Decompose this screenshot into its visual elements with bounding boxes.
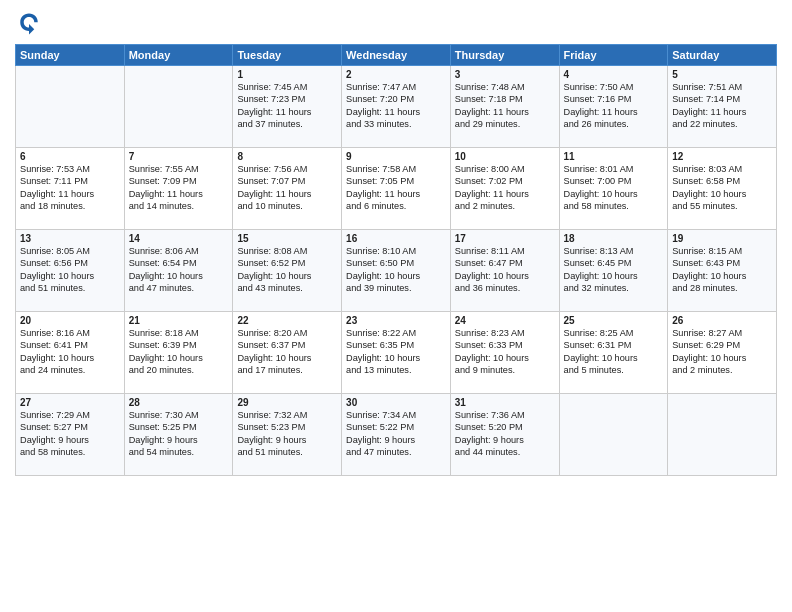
calendar-cell: 23Sunrise: 8:22 AM Sunset: 6:35 PM Dayli… bbox=[342, 312, 451, 394]
calendar-cell: 4Sunrise: 7:50 AM Sunset: 7:16 PM Daylig… bbox=[559, 66, 668, 148]
day-number: 7 bbox=[129, 151, 229, 162]
calendar-cell: 3Sunrise: 7:48 AM Sunset: 7:18 PM Daylig… bbox=[450, 66, 559, 148]
header-cell-wednesday: Wednesday bbox=[342, 45, 451, 66]
calendar-cell: 12Sunrise: 8:03 AM Sunset: 6:58 PM Dayli… bbox=[668, 148, 777, 230]
day-number: 30 bbox=[346, 397, 446, 408]
calendar-cell: 20Sunrise: 8:16 AM Sunset: 6:41 PM Dayli… bbox=[16, 312, 125, 394]
header-cell-tuesday: Tuesday bbox=[233, 45, 342, 66]
calendar-cell bbox=[16, 66, 125, 148]
day-number: 27 bbox=[20, 397, 120, 408]
day-number: 14 bbox=[129, 233, 229, 244]
day-info: Sunrise: 7:56 AM Sunset: 7:07 PM Dayligh… bbox=[237, 163, 337, 213]
calendar-cell: 7Sunrise: 7:55 AM Sunset: 7:09 PM Daylig… bbox=[124, 148, 233, 230]
calendar-cell: 16Sunrise: 8:10 AM Sunset: 6:50 PM Dayli… bbox=[342, 230, 451, 312]
header-cell-monday: Monday bbox=[124, 45, 233, 66]
day-info: Sunrise: 8:01 AM Sunset: 7:00 PM Dayligh… bbox=[564, 163, 664, 213]
calendar-body: 1Sunrise: 7:45 AM Sunset: 7:23 PM Daylig… bbox=[16, 66, 777, 476]
calendar-cell: 17Sunrise: 8:11 AM Sunset: 6:47 PM Dayli… bbox=[450, 230, 559, 312]
day-number: 26 bbox=[672, 315, 772, 326]
day-number: 8 bbox=[237, 151, 337, 162]
day-number: 4 bbox=[564, 69, 664, 80]
week-row-4: 20Sunrise: 8:16 AM Sunset: 6:41 PM Dayli… bbox=[16, 312, 777, 394]
header-cell-thursday: Thursday bbox=[450, 45, 559, 66]
calendar-cell: 6Sunrise: 7:53 AM Sunset: 7:11 PM Daylig… bbox=[16, 148, 125, 230]
day-info: Sunrise: 7:50 AM Sunset: 7:16 PM Dayligh… bbox=[564, 81, 664, 131]
calendar-cell: 22Sunrise: 8:20 AM Sunset: 6:37 PM Dayli… bbox=[233, 312, 342, 394]
week-row-1: 1Sunrise: 7:45 AM Sunset: 7:23 PM Daylig… bbox=[16, 66, 777, 148]
day-info: Sunrise: 7:58 AM Sunset: 7:05 PM Dayligh… bbox=[346, 163, 446, 213]
calendar-cell: 27Sunrise: 7:29 AM Sunset: 5:27 PM Dayli… bbox=[16, 394, 125, 476]
calendar-cell: 28Sunrise: 7:30 AM Sunset: 5:25 PM Dayli… bbox=[124, 394, 233, 476]
day-number: 22 bbox=[237, 315, 337, 326]
day-number: 20 bbox=[20, 315, 120, 326]
calendar-cell: 8Sunrise: 7:56 AM Sunset: 7:07 PM Daylig… bbox=[233, 148, 342, 230]
day-info: Sunrise: 7:51 AM Sunset: 7:14 PM Dayligh… bbox=[672, 81, 772, 131]
day-number: 18 bbox=[564, 233, 664, 244]
day-number: 23 bbox=[346, 315, 446, 326]
week-row-3: 13Sunrise: 8:05 AM Sunset: 6:56 PM Dayli… bbox=[16, 230, 777, 312]
day-number: 9 bbox=[346, 151, 446, 162]
day-info: Sunrise: 7:29 AM Sunset: 5:27 PM Dayligh… bbox=[20, 409, 120, 459]
day-number: 16 bbox=[346, 233, 446, 244]
day-info: Sunrise: 7:32 AM Sunset: 5:23 PM Dayligh… bbox=[237, 409, 337, 459]
calendar-cell: 29Sunrise: 7:32 AM Sunset: 5:23 PM Dayli… bbox=[233, 394, 342, 476]
day-info: Sunrise: 8:11 AM Sunset: 6:47 PM Dayligh… bbox=[455, 245, 555, 295]
day-info: Sunrise: 8:05 AM Sunset: 6:56 PM Dayligh… bbox=[20, 245, 120, 295]
day-info: Sunrise: 7:53 AM Sunset: 7:11 PM Dayligh… bbox=[20, 163, 120, 213]
header-cell-sunday: Sunday bbox=[16, 45, 125, 66]
header bbox=[15, 10, 777, 38]
day-number: 12 bbox=[672, 151, 772, 162]
day-info: Sunrise: 7:55 AM Sunset: 7:09 PM Dayligh… bbox=[129, 163, 229, 213]
day-info: Sunrise: 8:10 AM Sunset: 6:50 PM Dayligh… bbox=[346, 245, 446, 295]
day-info: Sunrise: 8:20 AM Sunset: 6:37 PM Dayligh… bbox=[237, 327, 337, 377]
calendar-cell: 25Sunrise: 8:25 AM Sunset: 6:31 PM Dayli… bbox=[559, 312, 668, 394]
day-info: Sunrise: 7:30 AM Sunset: 5:25 PM Dayligh… bbox=[129, 409, 229, 459]
calendar-table: SundayMondayTuesdayWednesdayThursdayFrid… bbox=[15, 44, 777, 476]
calendar-cell: 24Sunrise: 8:23 AM Sunset: 6:33 PM Dayli… bbox=[450, 312, 559, 394]
calendar-cell: 15Sunrise: 8:08 AM Sunset: 6:52 PM Dayli… bbox=[233, 230, 342, 312]
day-info: Sunrise: 8:18 AM Sunset: 6:39 PM Dayligh… bbox=[129, 327, 229, 377]
calendar-cell: 11Sunrise: 8:01 AM Sunset: 7:00 PM Dayli… bbox=[559, 148, 668, 230]
day-number: 10 bbox=[455, 151, 555, 162]
calendar-cell: 5Sunrise: 7:51 AM Sunset: 7:14 PM Daylig… bbox=[668, 66, 777, 148]
calendar-cell: 14Sunrise: 8:06 AM Sunset: 6:54 PM Dayli… bbox=[124, 230, 233, 312]
day-info: Sunrise: 8:08 AM Sunset: 6:52 PM Dayligh… bbox=[237, 245, 337, 295]
day-number: 11 bbox=[564, 151, 664, 162]
day-number: 28 bbox=[129, 397, 229, 408]
day-number: 3 bbox=[455, 69, 555, 80]
day-number: 5 bbox=[672, 69, 772, 80]
header-row: SundayMondayTuesdayWednesdayThursdayFrid… bbox=[16, 45, 777, 66]
calendar-cell: 9Sunrise: 7:58 AM Sunset: 7:05 PM Daylig… bbox=[342, 148, 451, 230]
day-info: Sunrise: 7:47 AM Sunset: 7:20 PM Dayligh… bbox=[346, 81, 446, 131]
day-info: Sunrise: 8:15 AM Sunset: 6:43 PM Dayligh… bbox=[672, 245, 772, 295]
day-info: Sunrise: 8:03 AM Sunset: 6:58 PM Dayligh… bbox=[672, 163, 772, 213]
day-info: Sunrise: 8:06 AM Sunset: 6:54 PM Dayligh… bbox=[129, 245, 229, 295]
day-number: 21 bbox=[129, 315, 229, 326]
calendar-cell: 21Sunrise: 8:18 AM Sunset: 6:39 PM Dayli… bbox=[124, 312, 233, 394]
calendar-cell bbox=[559, 394, 668, 476]
main-container: SundayMondayTuesdayWednesdayThursdayFrid… bbox=[0, 0, 792, 481]
logo bbox=[15, 10, 47, 38]
calendar-cell bbox=[668, 394, 777, 476]
day-info: Sunrise: 8:22 AM Sunset: 6:35 PM Dayligh… bbox=[346, 327, 446, 377]
day-info: Sunrise: 8:13 AM Sunset: 6:45 PM Dayligh… bbox=[564, 245, 664, 295]
day-number: 1 bbox=[237, 69, 337, 80]
calendar-cell: 30Sunrise: 7:34 AM Sunset: 5:22 PM Dayli… bbox=[342, 394, 451, 476]
day-info: Sunrise: 8:27 AM Sunset: 6:29 PM Dayligh… bbox=[672, 327, 772, 377]
calendar-cell: 18Sunrise: 8:13 AM Sunset: 6:45 PM Dayli… bbox=[559, 230, 668, 312]
day-number: 6 bbox=[20, 151, 120, 162]
calendar-cell bbox=[124, 66, 233, 148]
day-number: 15 bbox=[237, 233, 337, 244]
day-info: Sunrise: 8:25 AM Sunset: 6:31 PM Dayligh… bbox=[564, 327, 664, 377]
day-info: Sunrise: 7:34 AM Sunset: 5:22 PM Dayligh… bbox=[346, 409, 446, 459]
day-number: 24 bbox=[455, 315, 555, 326]
calendar-cell: 2Sunrise: 7:47 AM Sunset: 7:20 PM Daylig… bbox=[342, 66, 451, 148]
calendar-header: SundayMondayTuesdayWednesdayThursdayFrid… bbox=[16, 45, 777, 66]
day-info: Sunrise: 7:36 AM Sunset: 5:20 PM Dayligh… bbox=[455, 409, 555, 459]
day-number: 2 bbox=[346, 69, 446, 80]
calendar-cell: 10Sunrise: 8:00 AM Sunset: 7:02 PM Dayli… bbox=[450, 148, 559, 230]
day-number: 13 bbox=[20, 233, 120, 244]
week-row-5: 27Sunrise: 7:29 AM Sunset: 5:27 PM Dayli… bbox=[16, 394, 777, 476]
header-cell-friday: Friday bbox=[559, 45, 668, 66]
day-number: 25 bbox=[564, 315, 664, 326]
